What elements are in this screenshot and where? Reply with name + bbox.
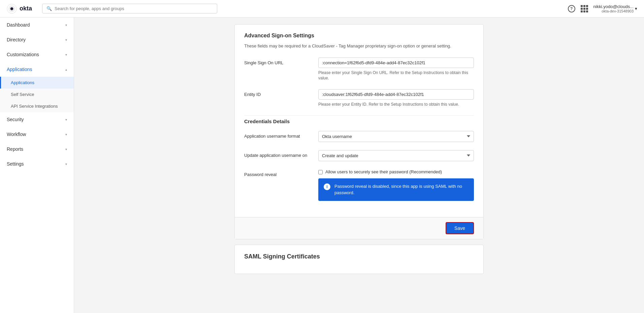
- password-reveal-checkbox-row: Allow users to securely see their passwo…: [318, 169, 474, 174]
- sidebar-sub-item-self-service[interactable]: Self Service: [0, 89, 74, 100]
- sidebar-sub-label-applications: Applications: [11, 80, 34, 85]
- grid-dot: [583, 10, 585, 12]
- main-content: Advanced Sign-on Settings These fields m…: [74, 18, 644, 313]
- username-format-select[interactable]: Okta username Email AD SAM Account Name …: [318, 131, 474, 142]
- update-username-label: Update application username on: [244, 150, 318, 158]
- okta-logo-icon: [7, 4, 17, 14]
- content-area: Advanced Sign-on Settings These fields m…: [228, 18, 490, 281]
- save-button[interactable]: Save: [446, 222, 474, 234]
- sso-url-label: Single Sign On URL: [244, 58, 318, 65]
- sidebar-sub-item-api-service[interactable]: API Service Integrations: [0, 100, 74, 112]
- entity-id-input[interactable]: [318, 89, 474, 100]
- help-icon[interactable]: ?: [568, 5, 575, 12]
- chevron-down-icon: ▾: [65, 23, 67, 27]
- info-icon: i: [324, 183, 330, 190]
- user-menu[interactable]: nikki.yodo@clouds... okta-dev-31548903 ▾: [593, 4, 637, 13]
- update-username-select[interactable]: Create and update Create only: [318, 150, 474, 161]
- sidebar: Dashboard ▾ Directory ▾ Customizations ▾…: [0, 18, 74, 313]
- user-email: nikki.yodo@clouds...: [593, 4, 634, 9]
- password-reveal-checkbox-label[interactable]: Allow users to securely see their passwo…: [325, 169, 442, 174]
- saml-signing-section: SAML Signing Certificates: [234, 245, 484, 274]
- okta-logo-text: okta: [20, 5, 32, 12]
- sidebar-sub-applications: Applications Self Service API Service In…: [0, 77, 74, 112]
- grid-dot: [586, 5, 588, 7]
- username-format-row: Application username format Okta usernam…: [244, 131, 474, 142]
- sidebar-label-security: Security: [7, 117, 24, 122]
- sidebar-sub-label-self-service: Self Service: [11, 92, 34, 97]
- search-bar[interactable]: 🔍: [42, 4, 217, 13]
- grid-dot: [583, 8, 585, 10]
- sidebar-item-workflow[interactable]: Workflow ▾: [0, 127, 74, 142]
- update-username-field: Create and update Create only: [318, 150, 474, 161]
- username-format-label: Application username format: [244, 131, 318, 139]
- user-menu-chevron: ▾: [635, 6, 637, 11]
- search-icon: 🔍: [46, 6, 52, 11]
- top-navigation: okta 🔍 ? nikki.yodo@clouds... okta-dev-3…: [0, 0, 644, 18]
- sidebar-item-customizations[interactable]: Customizations ▾: [0, 47, 74, 62]
- advanced-signon-desc: These fields may be required for a Cloud…: [244, 43, 474, 49]
- sidebar-label-settings: Settings: [7, 161, 24, 167]
- sidebar-label-customizations: Customizations: [7, 52, 39, 57]
- grid-dot: [586, 8, 588, 10]
- grid-dot: [581, 5, 583, 7]
- password-reveal-info-box: i Password reveal is disabled, since thi…: [318, 178, 474, 201]
- sso-url-input[interactable]: [318, 58, 474, 68]
- topnav-right: ? nikki.yodo@clouds... okta-dev-31548903…: [568, 4, 637, 13]
- chevron-down-icon: ▾: [65, 38, 67, 42]
- user-org: okta-dev-31548903: [602, 9, 634, 13]
- entity-id-field: Please enter your Entity ID. Refer to th…: [318, 89, 474, 107]
- chevron-down-icon: ▾: [65, 118, 67, 121]
- chevron-down-icon: ▾: [65, 147, 67, 151]
- saml-title: SAML Signing Certificates: [244, 253, 474, 260]
- sidebar-label-dashboard: Dashboard: [7, 22, 30, 28]
- chevron-down-icon: ▾: [65, 162, 67, 166]
- sidebar-item-applications[interactable]: Applications ▴: [0, 62, 74, 77]
- sidebar-item-settings[interactable]: Settings ▾: [0, 156, 74, 171]
- chevron-down-icon: ▾: [65, 53, 67, 57]
- entity-id-row: Entity ID Please enter your Entity ID. R…: [244, 89, 474, 107]
- main-layout: Dashboard ▾ Directory ▾ Customizations ▾…: [0, 18, 644, 313]
- grid-dot: [581, 10, 583, 12]
- sidebar-item-directory[interactable]: Directory ▾: [0, 32, 74, 47]
- advanced-signon-panel: Advanced Sign-on Settings These fields m…: [234, 24, 484, 239]
- entity-id-label: Entity ID: [244, 89, 318, 97]
- sso-url-hint: Please enter your Single Sign On URL. Re…: [318, 70, 474, 81]
- password-reveal-checkbox[interactable]: [318, 170, 323, 174]
- chevron-down-icon: ▾: [65, 133, 67, 136]
- panel-footer: Save: [235, 217, 483, 239]
- sidebar-sub-label-api-service: API Service Integrations: [11, 104, 58, 109]
- sidebar-item-security[interactable]: Security ▾: [0, 112, 74, 127]
- svg-point-1: [10, 7, 13, 10]
- okta-logo[interactable]: okta: [7, 4, 32, 14]
- username-format-field: Okta username Email AD SAM Account Name …: [318, 131, 474, 142]
- password-reveal-field: Allow users to securely see their passwo…: [318, 169, 474, 201]
- sso-url-row: Single Sign On URL Please enter your Sin…: [244, 58, 474, 81]
- advanced-signon-title: Advanced Sign-on Settings: [244, 33, 474, 39]
- chevron-up-icon: ▴: [65, 68, 67, 71]
- credentials-section: Credentials Details Application username…: [244, 115, 474, 201]
- search-input[interactable]: [55, 6, 213, 11]
- sidebar-item-dashboard[interactable]: Dashboard ▾: [0, 18, 74, 32]
- grid-dot: [583, 5, 585, 7]
- sidebar-label-directory: Directory: [7, 37, 26, 42]
- update-username-row: Update application username on Create an…: [244, 150, 474, 161]
- password-reveal-row: Password reveal Allow users to securely …: [244, 169, 474, 201]
- sidebar-label-applications: Applications: [7, 67, 32, 72]
- credentials-title: Credentials Details: [244, 115, 474, 124]
- panel-body: Advanced Sign-on Settings These fields m…: [235, 25, 483, 217]
- password-reveal-label: Password reveal: [244, 169, 318, 177]
- sso-url-field: Please enter your Single Sign On URL. Re…: [318, 58, 474, 81]
- sidebar-label-workflow: Workflow: [7, 132, 26, 137]
- sidebar-sub-item-applications[interactable]: Applications: [0, 77, 74, 89]
- info-text: Password reveal is disabled, since this …: [334, 183, 469, 196]
- grid-dot: [586, 10, 588, 12]
- sidebar-item-reports[interactable]: Reports ▾: [0, 142, 74, 156]
- sidebar-label-reports: Reports: [7, 146, 23, 152]
- grid-icon[interactable]: [581, 5, 588, 12]
- entity-id-hint: Please enter your Entity ID. Refer to th…: [318, 102, 474, 107]
- grid-dot: [581, 8, 583, 10]
